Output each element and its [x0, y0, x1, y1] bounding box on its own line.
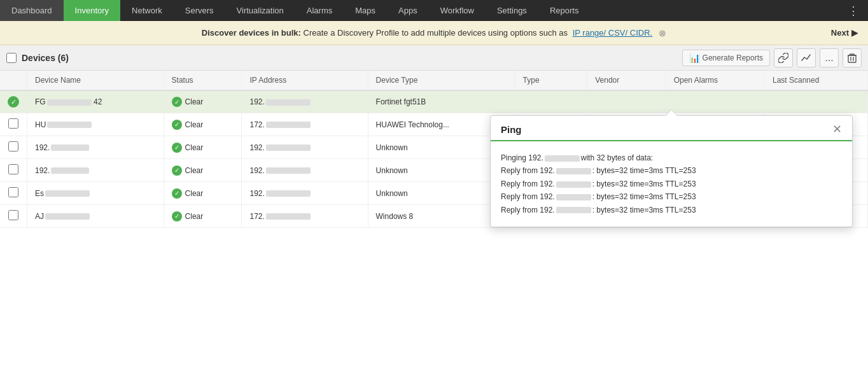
cell-ip: 192. [242, 159, 368, 182]
status-clear-icon: ✓ [172, 165, 182, 176]
banner-next-arrow-icon: ▶ [851, 28, 858, 38]
row-checkbox[interactable] [8, 210, 18, 220]
top-navigation: Dashboard Inventory Network Servers Virt… [0, 0, 868, 21]
nav-item-virtualization[interactable]: Virtualization [225, 0, 295, 21]
cell-device-name: HU [27, 113, 164, 136]
status-clear-icon: ✓ [172, 97, 182, 107]
devices-title: Devices (6) [22, 53, 69, 63]
status-label: Clear [185, 212, 204, 221]
ping-line-2: Reply from 192.: bytes=32 time=3ms TTL=2… [501, 178, 842, 190]
status-clear-icon: ✓ [172, 211, 182, 222]
nav-item-settings[interactable]: Settings [486, 0, 538, 21]
delete-button[interactable] [843, 48, 862, 67]
banner-close-button[interactable]: ⊗ [659, 28, 666, 38]
ping-line-0: Pinging 192.with 32 bytes of data: [501, 151, 842, 164]
svg-rect-0 [848, 55, 856, 62]
ping-modal-title: Ping [501, 124, 522, 135]
cell-device-name: FG 42 [27, 90, 164, 113]
graph-icon [801, 53, 811, 63]
nav-item-inventory[interactable]: Inventory [64, 0, 120, 21]
cell-last-scanned [765, 90, 868, 113]
nav-item-dashboard[interactable]: Dashboard [0, 0, 64, 21]
ping-modal: Ping ✕ Pinging 192.with 32 bytes of data… [490, 115, 853, 227]
status-clear-icon: ✓ [172, 188, 182, 199]
col-device-name: Device Name [27, 71, 164, 90]
nav-item-servers[interactable]: Servers [174, 0, 225, 21]
cell-status: ✓Clear [164, 113, 242, 136]
reports-chart-icon: 📊 [689, 53, 700, 63]
nav-item-workflow[interactable]: Workflow [429, 0, 486, 21]
table-row: ✓FG 42✓Clear192.Fortinet fgt51B [0, 90, 868, 113]
col-vendor: Vendor [587, 71, 666, 90]
devices-label: Devices [22, 53, 55, 63]
col-device-type: Device Type [368, 71, 515, 90]
cell-device-name: Es [27, 182, 164, 205]
col-status: Status [164, 71, 242, 90]
ping-modal-body: Pinging 192.with 32 bytes of data:Reply … [491, 141, 852, 227]
cell-device-type: Fortinet fgt51B [368, 90, 515, 113]
banner-next-label: Next [831, 28, 849, 38]
banner-next-button[interactable]: Next ▶ [821, 21, 868, 45]
status-clear-icon: ✓ [172, 120, 182, 130]
cell-ip: 192. [242, 182, 368, 205]
discovery-banner: Discover devices in bulk: Create a Disco… [0, 21, 868, 45]
table-header-row: Device Name Status IP Address Device Typ… [0, 71, 868, 90]
devices-toolbar: Devices (6) 📊 Generate Reports ... [0, 45, 868, 71]
banner-bold-text: Discover devices in bulk: [202, 28, 301, 38]
col-open-alarms: Open Alarms [666, 71, 764, 90]
nav-item-network[interactable]: Network [120, 0, 174, 21]
main-content: Devices (6) 📊 Generate Reports ... [0, 45, 868, 366]
devices-count: (6) [58, 53, 69, 63]
nav-item-alarms[interactable]: Alarms [295, 0, 344, 21]
link-icon-button[interactable] [774, 48, 793, 67]
row-checkbox[interactable] [8, 187, 18, 197]
status-label: Clear [185, 166, 204, 175]
cell-ip: 172. [242, 205, 368, 228]
cell-status: ✓Clear [164, 90, 242, 113]
banner-link[interactable]: IP range/ CSV/ CIDR. [573, 28, 652, 38]
nav-item-reports[interactable]: Reports [538, 0, 591, 21]
generate-reports-label: Generate Reports [703, 53, 763, 62]
cell-ip: 192. [242, 90, 368, 113]
row-checkbox-checked[interactable]: ✓ [8, 96, 19, 108]
nav-more-button[interactable]: ⋮ [839, 0, 868, 21]
ping-modal-close-button[interactable]: ✕ [832, 123, 842, 135]
status-clear-icon: ✓ [172, 143, 182, 153]
banner-description: Create a Discovery Profile to add multip… [301, 28, 570, 38]
generate-reports-button[interactable]: 📊 Generate Reports [682, 50, 770, 66]
more-options-icon: ... [825, 52, 833, 64]
nav-item-maps[interactable]: Maps [344, 0, 387, 21]
cell-ip: 192. [242, 136, 368, 159]
ping-line-1: Reply from 192.: bytes=32 time=3ms TTL=2… [501, 164, 842, 177]
toolbar-actions: 📊 Generate Reports ... [682, 48, 862, 67]
cell-open-alarms [666, 90, 764, 113]
nav-item-apps[interactable]: Apps [387, 0, 429, 21]
link-icon [778, 53, 788, 63]
cell-type [515, 90, 587, 113]
cell-status: ✓Clear [164, 159, 242, 182]
ping-line-3: Reply from 192.: bytes=32 time=3ms TTL=2… [501, 190, 842, 203]
row-checkbox[interactable] [8, 164, 18, 174]
status-label: Clear [185, 189, 204, 198]
ping-line-4: Reply from 192.: bytes=32 time=3ms TTL=2… [501, 204, 842, 216]
row-checkbox[interactable] [8, 141, 18, 151]
ping-modal-header: Ping ✕ [491, 116, 852, 141]
col-ip-address: IP Address [242, 71, 368, 90]
cell-device-name: 192. [27, 159, 164, 182]
cell-status: ✓Clear [164, 136, 242, 159]
cell-status: ✓Clear [164, 182, 242, 205]
cell-vendor [587, 90, 666, 113]
cell-ip: 172. [242, 113, 368, 136]
graph-icon-button[interactable] [797, 48, 816, 67]
trash-icon [848, 53, 857, 63]
status-label: Clear [185, 120, 204, 129]
cell-device-name: AJ [27, 205, 164, 228]
select-all-checkbox[interactable] [6, 53, 17, 63]
col-checkbox [0, 71, 27, 90]
col-type: Type [515, 71, 587, 90]
cell-device-name: 192. [27, 136, 164, 159]
row-checkbox[interactable] [8, 118, 18, 129]
status-label: Clear [185, 97, 204, 106]
col-last-scanned: Last Scanned [765, 71, 868, 90]
more-options-button[interactable]: ... [820, 48, 839, 67]
